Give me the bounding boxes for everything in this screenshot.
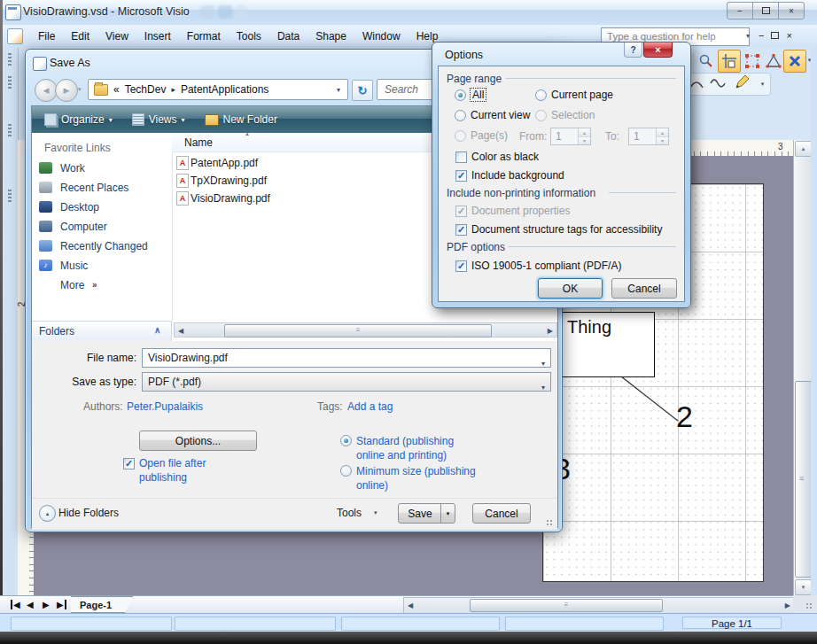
dialog-close-button[interactable]: × [643,43,673,58]
standard-radio-label[interactable]: Standard (publishing online and printing… [356,434,485,462]
open-file-after-label[interactable]: Open file after publishing [139,456,232,485]
menu-tools[interactable]: Tools [229,27,269,45]
toolbar-options-arrow-icon[interactable]: ▾ [746,32,750,40]
scroll-up-button[interactable]: ▴ [795,141,812,157]
menu-window[interactable]: Window [354,27,408,45]
file-name-input[interactable]: VisioDrawing.pdf ▾ [142,348,551,368]
hide-folders-button[interactable]: Hide Folders [58,507,119,519]
authors-value[interactable]: Peter.Pupalaikis [127,400,203,413]
sidebar-item-computer[interactable]: Computer [32,218,172,237]
dialog-help-button[interactable]: ? [624,43,642,58]
pencil-tool-button[interactable] [733,75,749,94]
minimum-size-radio[interactable] [340,465,352,477]
scroll-right-button[interactable]: ▶ [785,601,790,609]
doc-close-button[interactable]: × [786,30,791,41]
menu-view[interactable]: View [97,27,136,45]
menu-data[interactable]: Data [269,27,307,45]
current-page-radio[interactable] [535,89,547,101]
resize-grip-icon[interactable] [805,602,813,609]
maximize-button[interactable] [752,2,779,19]
document-structure-tags-label[interactable]: Document structure tags for accessibilit… [471,223,662,236]
breadcrumb-patentapplications[interactable]: PatentApplications [181,83,268,96]
iso-compliant-option[interactable]: ✓ ISO 19005-1 compliant (PDF/A) [455,260,621,272]
dialog-resize-grip[interactable] [546,519,553,526]
selection-tool-button[interactable] [741,50,764,73]
scroll-down-button[interactable]: ▾ [795,579,812,595]
tools-dropdown-icon[interactable]: ▾ [374,509,377,516]
recent-pages-arrow-icon[interactable]: ▾ [78,86,82,93]
scroll-left-button[interactable]: ◀ [408,601,413,609]
snap-glue-tool-button[interactable] [718,50,741,73]
save-button[interactable]: Save ▾ [398,503,455,524]
document-structure-tags-option[interactable]: ✓ Document structure tags for accessibil… [455,223,662,236]
file-list-hscrollbar[interactable]: ◀ ≡ ▶ [174,322,557,338]
current-page-radio-label[interactable]: Current page [551,89,613,101]
iso-compliant-label[interactable]: ISO 19005-1 compliant (PDF/A) [471,260,621,272]
hide-folders-icon[interactable]: ▴ [39,505,56,522]
address-dropdown-icon[interactable]: ▾ [337,86,340,94]
color-as-black-label[interactable]: Color as black [471,151,539,163]
menu-shape[interactable]: Shape [307,27,354,45]
minimize-button[interactable]: − [727,2,753,19]
sidebar-item-music[interactable]: ♪ Music [32,257,172,276]
color-as-black-option[interactable]: Color as black [455,151,539,163]
toolbar-grip[interactable] [8,124,12,138]
vertical-scrollbar[interactable]: ▴ ≡ ▾ [793,140,812,595]
menu-edit[interactable]: Edit [63,27,97,45]
minimum-size-radio-label[interactable]: Minimum size (publishing online) [356,464,485,493]
include-background-label[interactable]: Include background [471,169,564,182]
zoom-tool-button[interactable] [695,50,718,73]
folders-expander[interactable]: Folders ∧ [32,321,172,341]
page-range-current-view-option[interactable]: Current view [455,109,530,121]
horizontal-scrollbar[interactable]: ◀ ≡ ▶ [403,597,795,614]
list-scroll-thumb[interactable]: ≡ [224,324,492,338]
sidebar-item-recent-places[interactable]: Recent Places [32,179,172,198]
new-folder-button[interactable]: New Folder [205,113,277,126]
all-radio-label[interactable]: All [471,89,486,101]
list-scroll-left-icon[interactable]: ◀ [178,327,183,335]
tools-menu[interactable]: Tools [337,507,362,519]
color-as-black-checkbox[interactable] [455,151,467,163]
drawing-toolbar-overflow-button[interactable]: ▾ [758,74,767,94]
iso-compliant-checkbox[interactable]: ✓ [455,260,467,272]
current-view-radio-label[interactable]: Current view [471,109,530,121]
save-as-type-select[interactable]: PDF (*.pdf) ▾ [142,372,551,392]
last-page-button[interactable]: ▶ [57,600,66,609]
toolbar-grip[interactable] [8,53,12,67]
tags-add-link[interactable]: Add a tag [347,400,393,413]
sidebar-item-more[interactable]: More » [32,276,172,296]
list-scroll-right-icon[interactable]: ▶ [548,327,553,335]
first-page-button[interactable]: ◀ [11,600,20,609]
column-header-name[interactable]: Name [184,136,213,149]
ok-button[interactable]: OK [538,278,603,299]
page-range-current-page-option[interactable]: Current page [535,89,613,101]
menu-file[interactable]: File [30,27,63,45]
sidebar-item-recently-changed[interactable]: Recently Changed [32,237,172,257]
options-button[interactable]: Options... [139,431,257,451]
organize-button[interactable]: Organize ▾ [44,113,113,126]
shape-tool-button[interactable] [762,50,785,73]
menu-insert[interactable]: Insert [136,27,179,45]
standard-radio[interactable] [340,435,352,446]
next-page-button[interactable]: ▶ [43,600,50,609]
save-as-type-dropdown-icon[interactable]: ▾ [541,379,545,397]
save-split-arrow[interactable]: ▾ [440,504,455,523]
document-structure-tags-checkbox[interactable]: ✓ [455,224,467,236]
vertical-scroll-thumb[interactable]: ≡ [795,381,812,578]
menu-format[interactable]: Format [179,27,229,45]
views-button[interactable]: Views ▾ [132,113,185,126]
prev-page-button[interactable]: ◀ [27,600,34,609]
toolbar-grip[interactable] [8,190,12,204]
current-view-radio[interactable] [455,110,466,121]
all-radio[interactable] [455,89,466,101]
include-background-option[interactable]: ✓ Include background [455,169,564,182]
doc-minimize-button[interactable]: − [759,30,764,41]
options-cancel-button[interactable]: Cancel [611,278,677,299]
forward-button[interactable]: ▶ [55,79,78,102]
file-name-dropdown-icon[interactable]: ▾ [541,355,545,373]
callout-number-2[interactable]: 2 [676,400,693,434]
doc-restore-button[interactable] [771,32,779,39]
breadcrumb-overflow[interactable]: « [113,83,120,96]
connection-point-tool-button[interactable] [783,50,806,73]
toolbar-grip[interactable] [8,76,12,90]
